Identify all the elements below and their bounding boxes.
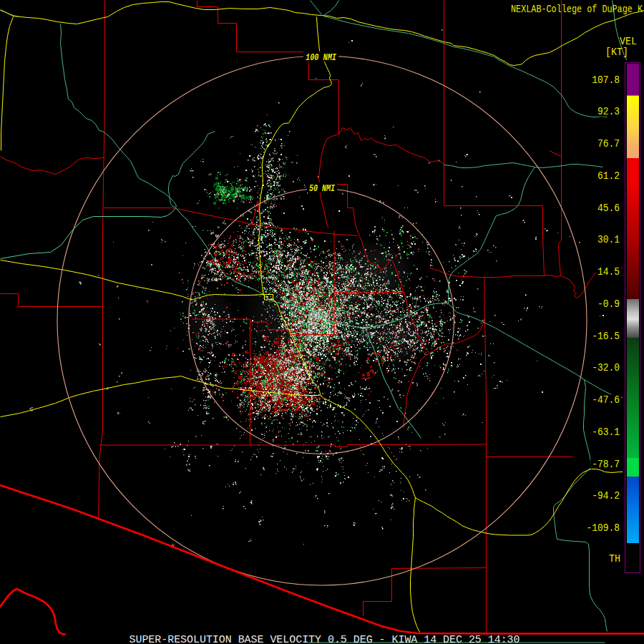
svg-text:VEL: VEL xyxy=(620,36,637,47)
svg-text:-32.0: -32.0 xyxy=(592,362,620,374)
svg-text:-63.1: -63.1 xyxy=(592,426,620,438)
svg-text:SUPER-RESOLUTION BASE VELOCITY: SUPER-RESOLUTION BASE VELOCITY 0.5 DEG -… xyxy=(130,634,520,644)
svg-text:[KT]: [KT] xyxy=(605,47,628,58)
svg-text:-78.7: -78.7 xyxy=(592,459,620,470)
svg-text:45.6: 45.6 xyxy=(597,203,620,214)
svg-text:NEXLAB-College of DuPage K: NEXLAB-College of DuPage K xyxy=(511,4,643,16)
svg-text:50 NMI: 50 NMI xyxy=(309,184,336,194)
svg-text:-94.2: -94.2 xyxy=(592,490,620,502)
svg-text:92.3: 92.3 xyxy=(597,106,620,117)
svg-text:107.8: 107.8 xyxy=(592,74,620,86)
svg-text:14.5: 14.5 xyxy=(597,266,620,278)
svg-text:30.1: 30.1 xyxy=(597,234,620,245)
svg-text:-0.9: -0.9 xyxy=(597,298,620,310)
svg-text:-16.5: -16.5 xyxy=(592,331,620,342)
svg-text:61.2: 61.2 xyxy=(597,170,620,182)
svg-text:76.7: 76.7 xyxy=(597,138,620,150)
svg-text:TH: TH xyxy=(609,553,620,565)
svg-text:100 NMI: 100 NMI xyxy=(306,53,337,63)
svg-text:-47.6: -47.6 xyxy=(592,394,620,406)
svg-text:-109.8: -109.8 xyxy=(587,522,620,534)
